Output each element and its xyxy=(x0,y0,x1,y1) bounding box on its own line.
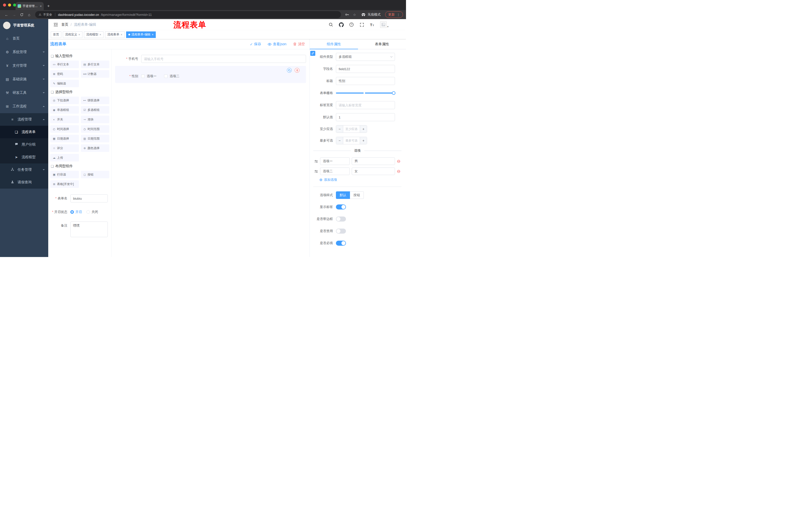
close-icon[interactable]: × xyxy=(121,33,122,36)
component-color-picker[interactable]: ⊛颜色选择 xyxy=(81,144,110,152)
remove-option-button[interactable]: ⊖ xyxy=(397,169,401,173)
browser-update-button[interactable]: 更新 ⋮ xyxy=(385,11,403,18)
sidebar-item-leave-query[interactable]: 请假查询 xyxy=(0,176,48,189)
new-tab-button[interactable]: + xyxy=(45,3,52,9)
sidebar-item-home[interactable]: ⌂ 首页 xyxy=(0,32,48,45)
browser-menu-icon[interactable]: ⋮ xyxy=(397,13,400,17)
show-label-toggle[interactable] xyxy=(336,205,346,210)
help-button[interactable]: ? xyxy=(348,21,355,28)
tab-component-props[interactable]: 组件属性 xyxy=(310,39,358,49)
forward-button[interactable]: → xyxy=(10,11,18,18)
component-table[interactable]: ⊞表格[开发中] xyxy=(50,180,79,188)
gender-option-2-checkbox[interactable]: 选项二 xyxy=(164,74,179,78)
copy-component-button[interactable] xyxy=(287,68,292,73)
component-row-container[interactable]: ▣行容器 xyxy=(50,171,79,178)
component-multiline-text[interactable]: ▤多行文本 xyxy=(81,61,110,68)
option-value-input[interactable] xyxy=(352,167,395,175)
github-button[interactable] xyxy=(338,21,344,28)
component-password[interactable]: ⊠密码 xyxy=(50,70,79,78)
drag-handle-icon[interactable] xyxy=(314,159,318,163)
tag-process-form[interactable]: 流程表单× xyxy=(105,31,125,38)
font-size-button[interactable]: TT xyxy=(369,21,375,28)
minus-button[interactable]: − xyxy=(336,126,343,133)
form-name-input[interactable] xyxy=(70,194,108,202)
minus-button[interactable]: − xyxy=(336,137,343,144)
canvas-field-phone[interactable]: 手机号 xyxy=(115,55,306,63)
delete-component-button[interactable] xyxy=(295,68,299,73)
label-width-input[interactable] xyxy=(336,101,395,109)
component-button[interactable]: ◻按钮 xyxy=(81,171,110,178)
close-icon[interactable]: × xyxy=(152,33,153,36)
save-button[interactable]: ✓ 保存 xyxy=(250,42,261,47)
style-default-button[interactable]: 默认 xyxy=(336,191,350,199)
component-date-picker[interactable]: ▦日期选择 xyxy=(50,135,79,142)
style-button-button[interactable]: 按钮 xyxy=(350,191,364,199)
border-toggle[interactable] xyxy=(336,217,346,221)
user-menu[interactable]: ▾ xyxy=(380,21,388,28)
bookmark-star-button[interactable]: ☆ xyxy=(351,11,358,18)
breadcrumb-home[interactable]: 首页 xyxy=(61,22,68,27)
component-editor[interactable]: ✎编辑器 xyxy=(50,80,79,87)
sidebar-item-process-model[interactable]: ➤ 流程模型 xyxy=(0,151,48,163)
sidebar-item-workflow[interactable]: ⊞ 工作流程 xyxy=(0,100,48,113)
component-slider[interactable]: ⊸滑块 xyxy=(81,116,110,123)
sidebar-item-process-form[interactable]: ❏ 流程表单 xyxy=(0,126,48,138)
slider-track[interactable] xyxy=(336,92,395,93)
sidebar-fold-button[interactable] xyxy=(52,21,60,29)
address-bar[interactable]: ⚠ 不安全 dashboard.yudao.iocoder.cn /bpm/ma… xyxy=(35,11,341,18)
component-type-select[interactable] xyxy=(336,53,395,61)
tag-process-definition[interactable]: 流程定义× xyxy=(63,31,82,38)
sidebar-item-task-management[interactable]: 任务管理 xyxy=(0,163,48,176)
phone-input[interactable] xyxy=(141,55,306,63)
view-json-button[interactable]: 查看json xyxy=(267,42,286,47)
avatar[interactable] xyxy=(380,21,387,28)
add-option-button[interactable]: ⊕ 添加选项 xyxy=(319,178,402,182)
sidebar-item-payment[interactable]: ¥ 支付管理 xyxy=(0,59,48,73)
component-switch[interactable]: ◐开关 xyxy=(50,116,79,123)
status-on-radio[interactable]: 开启 xyxy=(70,210,82,214)
reload-button[interactable] xyxy=(18,11,25,18)
tag-home[interactable]: 首页 xyxy=(51,31,61,38)
component-rate[interactable]: ☆评分 xyxy=(50,144,79,152)
close-icon[interactable]: × xyxy=(78,33,80,36)
component-select[interactable]: ◎下拉选择 xyxy=(50,97,79,104)
security-label[interactable]: 不安全 xyxy=(43,12,52,17)
component-time-range[interactable]: ◷时间范围 xyxy=(81,125,110,133)
title-input[interactable] xyxy=(336,77,395,85)
component-single-line-text[interactable]: ▭单行文本 xyxy=(50,61,79,68)
sidebar-item-user-group[interactable]: 用户分组 xyxy=(0,138,48,151)
component-counter[interactable]: 123计数器 xyxy=(81,70,110,78)
sidebar-item-infrastructure[interactable]: ▤ 基础设施 xyxy=(0,73,48,86)
sidebar-item-system[interactable]: ⚙ 系统管理 xyxy=(0,45,48,59)
sidebar-item-process-management[interactable]: ≡ 流程管理 xyxy=(0,113,48,126)
minimize-window-button[interactable] xyxy=(8,3,11,6)
remove-option-button[interactable]: ⊖ xyxy=(397,159,401,163)
drag-handle-icon[interactable] xyxy=(314,169,318,173)
min-select-value[interactable]: 至少应选 xyxy=(343,126,360,133)
search-button[interactable] xyxy=(328,21,334,28)
security-warning-icon[interactable]: ⚠ xyxy=(39,13,41,16)
component-checkbox-group[interactable]: ☑多选框组 xyxy=(81,106,110,114)
sidebar-item-dev-tools[interactable]: ⚒ 研发工具 xyxy=(0,86,48,100)
disabled-toggle[interactable] xyxy=(336,228,346,234)
option-value-input[interactable] xyxy=(352,157,395,165)
option-label-input[interactable] xyxy=(320,167,350,175)
canvas-field-gender-selected[interactable]: 性别 选项一 选项二 xyxy=(115,66,306,83)
max-select-value[interactable]: 最多可选 xyxy=(343,137,360,144)
slider-handle[interactable] xyxy=(392,91,396,95)
link-button[interactable] xyxy=(310,51,315,56)
clear-button[interactable]: 清空 xyxy=(293,42,305,47)
plus-button[interactable]: + xyxy=(360,126,367,133)
tag-process-form-edit[interactable]: 流程表单-编辑× xyxy=(126,31,156,38)
fullscreen-button[interactable] xyxy=(358,21,365,28)
back-button[interactable]: ← xyxy=(3,11,10,18)
component-upload[interactable]: ☁上传 xyxy=(50,154,79,161)
component-date-range[interactable]: ▥日期范围 xyxy=(81,135,110,142)
password-key-button[interactable] xyxy=(343,11,350,18)
home-button[interactable]: ⌂ xyxy=(26,11,33,18)
component-cascader[interactable]: ⊷级联选择 xyxy=(81,97,110,104)
option-label-input[interactable] xyxy=(320,157,350,165)
browser-tab[interactable]: 芋道管理系统 × xyxy=(16,2,44,10)
close-icon[interactable]: × xyxy=(99,33,101,36)
tab-close-icon[interactable]: × xyxy=(40,4,42,8)
